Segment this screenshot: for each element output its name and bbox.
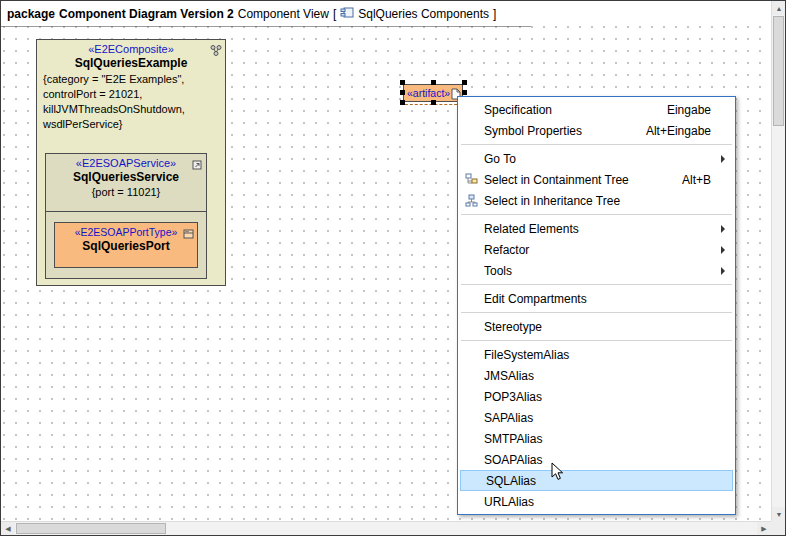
menu-shortcut: Alt+B [682,173,711,187]
menu-item-select-in-containment-tree[interactable]: Select in Containment Tree Alt+B [458,169,735,190]
service-stereotype-icon [192,157,203,175]
submenu-arrow-icon [721,225,725,233]
menu-separator [461,144,732,145]
frame-keyword: package [7,7,55,21]
menu-item-urlalias[interactable]: URLAlias [458,491,735,512]
menu-item-jmsalias[interactable]: JMSAlias [458,365,735,386]
menu-separator [461,312,732,313]
component-diagram-icon [340,6,354,22]
menu-item-refactor[interactable]: Refactor [458,239,735,260]
containment-tree-icon [458,173,484,186]
scroll-up-button[interactable]: ▲ [772,1,786,15]
menu-item-go-to[interactable]: Go To [458,148,735,169]
scrollbar-corner [771,521,785,535]
service-compartment-separator [46,211,206,212]
menu-separator [461,340,732,341]
menu-separator [461,214,732,215]
service-name: SqlQueriesService [46,169,206,184]
frame-view-type: Component View [238,7,329,21]
menu-item-tools[interactable]: Tools [458,260,735,281]
diagram-canvas[interactable]: package Component Diagram Version 2 Comp… [1,1,771,521]
composite-node-sqlqueriesexample[interactable]: «E2EComposite» SqlQueriesExample {catego… [36,39,226,286]
composite-property-line: {category = "E2E Examples", [43,72,219,87]
mouse-cursor [551,462,564,486]
vertical-scroll-thumb[interactable] [773,16,784,126]
submenu-arrow-icon [721,155,725,163]
menu-item-stereotype[interactable]: Stereotype [458,316,735,337]
composite-stereotype-icon [209,43,222,61]
submenu-arrow-icon [721,267,725,275]
composite-property-line: wsdlPerService} [43,117,219,132]
diagram-frame-header: package Component Diagram Version 2 Comp… [1,1,771,26]
horizontal-scroll-thumb[interactable] [16,523,166,534]
porttype-stereotype-icon [183,226,194,244]
resize-handle-bottom-left[interactable] [400,100,405,105]
menu-separator [461,284,732,285]
menu-shortcut: Alt+Eingabe [646,124,711,138]
menu-item-select-in-inheritance-tree[interactable]: Select in Inheritance Tree [458,190,735,211]
service-node-sqlqueriesservice[interactable]: «E2ESOAPService» SqlQueriesService {port… [45,153,207,279]
menu-shortcut: Eingabe [667,103,711,117]
menu-item-soapalias[interactable]: SOAPAlias [458,449,735,470]
service-port-property: {port = 11021} [46,184,206,198]
menu-item-specification[interactable]: Specification Eingabe [458,99,735,120]
menu-item-smtpalias[interactable]: SMTPAlias [458,428,735,449]
scroll-left-button[interactable]: ◀ [1,522,15,536]
scroll-down-button[interactable]: ▼ [772,507,786,521]
submenu-arrow-icon [721,246,725,254]
horizontal-scrollbar[interactable]: ◀ ▶ [1,521,771,535]
scroll-right-button[interactable]: ▶ [757,522,771,536]
service-stereotype: «E2ESOAPService» [46,154,206,169]
context-menu: Specification Eingabe Symbol Properties … [457,96,736,515]
resize-handle-top-left[interactable] [400,80,405,85]
frame-open-bracket: [ [333,7,336,21]
menu-item-sqlalias[interactable]: SQLAlias [460,470,733,491]
composite-property-line: killJVMThreadsOnShutdown, [43,102,219,117]
menu-item-edit-compartments[interactable]: Edit Compartments [458,288,735,309]
application-window: package Component Diagram Version 2 Comp… [0,0,786,536]
porttype-name: SqlQueriesPort [55,238,197,253]
porttype-stereotype: «E2ESOAPPortType» [55,223,197,238]
frame-close-bracket: ] [493,7,496,21]
resize-handle-left[interactable] [400,90,405,95]
menu-item-sapalias[interactable]: SAPAlias [458,407,735,428]
composite-property-line: controlPort = 21021, [43,87,219,102]
menu-item-related-elements[interactable]: Related Elements [458,218,735,239]
frame-diagram-name: SqlQueries Components [358,7,489,21]
vertical-scrollbar[interactable]: ▲ ▼ [771,1,785,521]
menu-item-filesystemalias[interactable]: FileSystemAlias [458,344,735,365]
resize-handle-top-right[interactable] [462,80,467,85]
inheritance-tree-icon [458,194,484,207]
menu-item-pop3alias[interactable]: POP3Alias [458,386,735,407]
menu-item-symbol-properties[interactable]: Symbol Properties Alt+Eingabe [458,120,735,141]
composite-stereotype: «E2EComposite» [37,40,225,55]
resize-handle-right[interactable] [462,90,467,95]
resize-handle-top[interactable] [431,80,436,85]
composite-name: SqlQueriesExample [37,55,225,70]
frame-name: Component Diagram Version 2 [59,7,234,21]
resize-handle-bottom[interactable] [431,100,436,105]
porttype-node-sqlqueriesport[interactable]: «E2ESOAPPortType» SqlQueriesPort [54,222,198,268]
